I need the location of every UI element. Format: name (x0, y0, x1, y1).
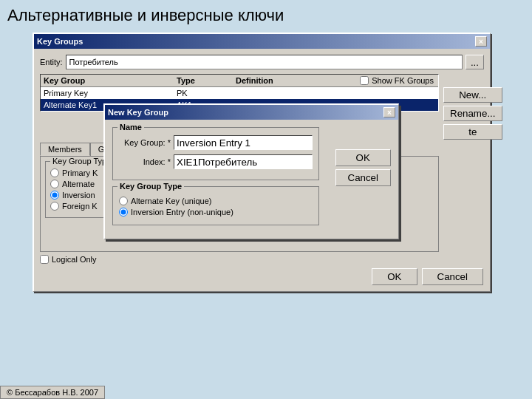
name-group: Name Key Group: * Index: * (112, 127, 319, 180)
row1-type: PK (174, 88, 233, 98)
radio-primary[interactable] (50, 168, 59, 177)
dialog-close-button[interactable]: × (383, 107, 395, 117)
te-button[interactable]: te (443, 124, 502, 140)
key-group-field-label: Key Group: * (119, 138, 171, 147)
dialog-ok-cancel: OK Cancel (335, 149, 392, 186)
col-type: Type (174, 75, 233, 86)
show-fk-checkbox[interactable] (360, 76, 369, 85)
dialog-radio-inversion-row: Inversion Entry (non-unique) (119, 208, 313, 216)
logical-only-label: Logical Only (52, 255, 97, 264)
key-group-req: * (168, 138, 171, 147)
tab-members[interactable]: Members (40, 143, 90, 156)
name-group-title: Name (117, 123, 144, 132)
index-label-text: Index: (143, 157, 166, 166)
show-fk-label: Show FK Groups (372, 76, 434, 85)
window-titlebar: Key Groups × (34, 34, 490, 49)
cancel-button[interactable]: Cancel (422, 268, 484, 285)
dialog-content: OK Cancel Name Key Group: * Index: * (105, 120, 398, 239)
dialog-radio-inversion[interactable] (119, 208, 128, 216)
entity-label: Entity: (40, 58, 63, 66)
col-key-group: Key Group (41, 75, 174, 86)
row1-definition (233, 88, 307, 98)
radio-inversion[interactable] (50, 191, 59, 200)
radio-inversion-label: Inversion (62, 191, 95, 200)
dialog-radio-alternate-row: Alternate Key (unique) (119, 197, 313, 205)
new-button[interactable]: New... (443, 87, 502, 103)
table-header: Key Group Type Definition Show FK Groups (41, 75, 438, 87)
key-group-field-row: Key Group: * (119, 135, 313, 150)
dialog-titlebar: New Key Group × (105, 105, 398, 120)
entity-dots-button[interactable]: ... (466, 55, 484, 69)
radio-primary-label: Primary K (62, 168, 98, 177)
logical-only-row: Logical Only (40, 255, 484, 264)
entity-row: Entity: Потребитель ... (40, 55, 484, 69)
index-field-label: Index: * (119, 157, 171, 166)
radio-alternate[interactable] (50, 180, 59, 188)
bottom-buttons: OK Cancel (40, 268, 483, 285)
entity-value: Потребитель (69, 58, 118, 66)
dialog-radio-alternate[interactable] (119, 197, 128, 205)
index-req: * (168, 157, 171, 166)
page-title: Альтернативные и инверсные ключи (0, 0, 532, 30)
copyright: © Бессарабов Н.В. 2007 (0, 386, 105, 399)
key-group-label-text: Key Group: (124, 138, 166, 147)
dialog-key-group-type-title: Key Group Type (117, 182, 184, 191)
rename-button[interactable]: Rename... (443, 106, 502, 121)
radio-foreign-label: Foreign K (62, 202, 98, 211)
ok-button[interactable]: OK (372, 268, 417, 285)
tab-members-label: Members (48, 145, 82, 154)
key-group-input[interactable] (174, 135, 313, 150)
entity-select[interactable]: Потребитель (66, 55, 463, 69)
window-close-button[interactable]: × (475, 36, 487, 47)
index-field-row: Index: * (119, 154, 313, 169)
table-row[interactable]: Primary Key PK (41, 87, 438, 99)
dialog-radio-inversion-label: Inversion Entry (non-unique) (131, 208, 233, 216)
logical-only-checkbox[interactable] (40, 255, 49, 264)
radio-foreign[interactable] (50, 202, 59, 211)
dialog-cancel-button[interactable]: Cancel (335, 169, 392, 186)
index-input[interactable] (174, 154, 313, 169)
radio-alternate-label: Alternate (62, 180, 95, 188)
dialog-ok-button[interactable]: OK (335, 149, 392, 166)
dialog-key-group-type-box: Key Group Type Alternate Key (unique) In… (112, 186, 319, 225)
window-title: Key Groups (37, 37, 83, 46)
dialog-radio-alternate-label: Alternate Key (unique) (131, 197, 211, 205)
dialog-title: New Key Group (108, 108, 168, 117)
col-definition: Definition (233, 75, 307, 86)
row1-key-group: Primary Key (41, 88, 174, 98)
new-key-group-dialog: New Key Group × OK Cancel Name Key Group… (103, 103, 399, 239)
